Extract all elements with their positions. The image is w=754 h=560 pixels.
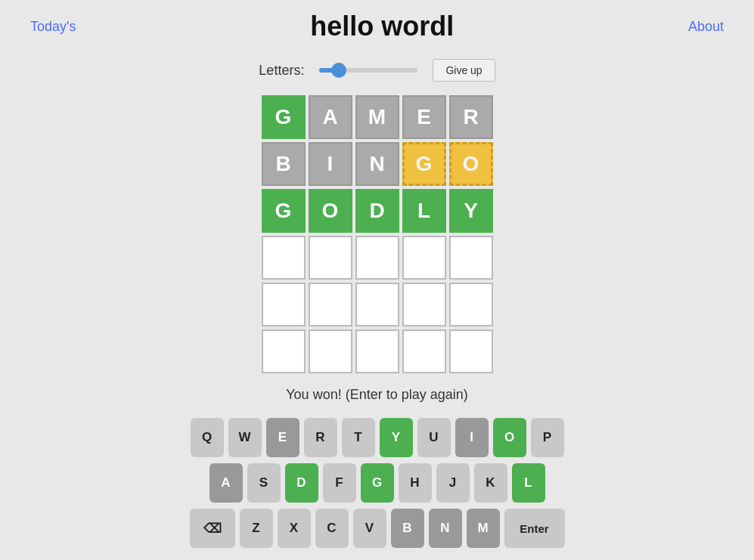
give-up-button[interactable]: Give up bbox=[433, 59, 495, 82]
todays-link[interactable]: Today's bbox=[30, 19, 76, 35]
grid-cell bbox=[449, 283, 493, 326]
key-z[interactable]: Z bbox=[240, 509, 273, 548]
key-row: ASDFGHJKL bbox=[209, 463, 545, 503]
key-row: QWERTYUIOP bbox=[191, 418, 564, 457]
key-p[interactable]: P bbox=[531, 418, 564, 457]
grid-cell bbox=[402, 330, 446, 373]
grid-cell: Y bbox=[449, 189, 493, 233]
key-t[interactable]: T bbox=[342, 418, 375, 457]
grid-cell bbox=[309, 236, 352, 280]
key-c[interactable]: C bbox=[315, 509, 349, 548]
key-u[interactable]: U bbox=[417, 418, 451, 457]
grid-cell: N bbox=[355, 142, 399, 186]
grid-cell: L bbox=[402, 189, 446, 233]
about-link[interactable]: About bbox=[688, 19, 724, 35]
grid-row: BINGO bbox=[260, 141, 495, 187]
grid-cell bbox=[402, 236, 446, 280]
grid-cell: D bbox=[355, 189, 399, 233]
win-message: You won! (Enter to play again) bbox=[0, 387, 754, 403]
grid-row bbox=[260, 328, 495, 375]
key-q[interactable]: Q bbox=[191, 418, 224, 457]
grid-cell bbox=[355, 236, 399, 280]
key-h[interactable]: H bbox=[399, 463, 432, 503]
grid-cell bbox=[449, 330, 493, 373]
key-b[interactable]: B bbox=[391, 509, 424, 548]
grid-cell bbox=[449, 236, 493, 280]
grid-cell bbox=[402, 283, 446, 326]
grid-cell: O bbox=[309, 189, 352, 233]
key-f[interactable]: F bbox=[323, 463, 356, 503]
grid-cell bbox=[262, 236, 306, 280]
grid-cell: R bbox=[449, 95, 493, 139]
game-grid: GAMERBINGOGODLY bbox=[0, 94, 754, 375]
key-n[interactable]: N bbox=[429, 509, 462, 548]
key-o[interactable]: O bbox=[493, 418, 526, 457]
header: Today's hello wordl About bbox=[0, 0, 754, 53]
letters-slider[interactable] bbox=[319, 68, 417, 73]
key-e[interactable]: E bbox=[266, 418, 299, 457]
grid-cell: M bbox=[355, 95, 399, 139]
grid-cell bbox=[355, 283, 399, 326]
grid-cell bbox=[309, 283, 352, 326]
key-s[interactable]: S bbox=[247, 463, 281, 503]
key-k[interactable]: K bbox=[474, 463, 507, 503]
key-v[interactable]: V bbox=[353, 509, 386, 548]
key-special[interactable]: ⌫ bbox=[190, 509, 235, 548]
grid-row bbox=[260, 234, 495, 281]
grid-cell: B bbox=[262, 142, 306, 186]
key-j[interactable]: J bbox=[436, 463, 470, 503]
key-y[interactable]: Y bbox=[380, 418, 413, 457]
key-a[interactable]: A bbox=[209, 463, 243, 503]
key-row: ⌫ZXCVBNMEnter bbox=[190, 509, 565, 548]
key-w[interactable]: W bbox=[228, 418, 262, 457]
grid-row: GAMER bbox=[260, 94, 495, 141]
grid-cell: O bbox=[449, 142, 493, 186]
grid-cell bbox=[355, 330, 399, 373]
grid-cell: I bbox=[309, 142, 352, 186]
grid-cell bbox=[309, 330, 352, 373]
keyboard: QWERTYUIOPASDFGHJKL⌫ZXCVBNMEnter bbox=[0, 418, 754, 548]
key-l[interactable]: L bbox=[512, 463, 545, 503]
grid-cell: G bbox=[402, 142, 446, 186]
grid-row bbox=[260, 281, 495, 328]
grid-cell: G bbox=[262, 95, 306, 139]
key-i[interactable]: I bbox=[455, 418, 489, 457]
grid-row: GODLY bbox=[260, 187, 495, 234]
controls: Letters: Give up bbox=[0, 59, 754, 82]
grid-cell bbox=[262, 283, 306, 326]
key-m[interactable]: M bbox=[467, 509, 500, 548]
page-title: hello wordl bbox=[310, 11, 454, 42]
key-enter[interactable]: Enter bbox=[504, 509, 565, 548]
grid-cell: G bbox=[262, 189, 306, 233]
key-x[interactable]: X bbox=[278, 509, 311, 548]
grid-cell: A bbox=[309, 95, 352, 139]
letters-label: Letters: bbox=[259, 63, 304, 79]
grid-cell: E bbox=[402, 95, 446, 139]
key-d[interactable]: D bbox=[285, 463, 318, 503]
key-r[interactable]: R bbox=[304, 418, 337, 457]
grid-cell bbox=[262, 330, 306, 373]
key-g[interactable]: G bbox=[361, 463, 394, 503]
